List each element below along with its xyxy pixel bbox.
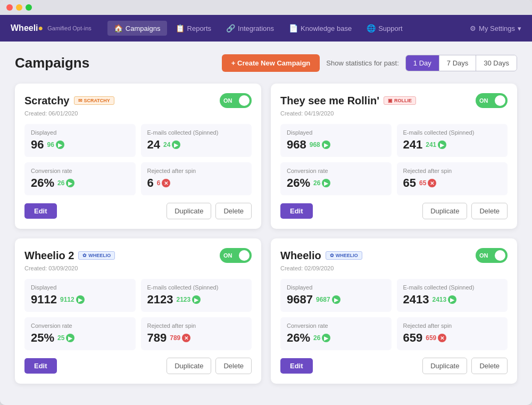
stat-main-value: 2413 (403, 293, 429, 307)
toggle-wrapper: ON (476, 248, 508, 263)
card-actions: Edit Duplicate Delete (24, 358, 252, 374)
delete-button[interactable]: Delete (215, 203, 252, 219)
stat-sub-value: 659 ✕ (426, 334, 446, 342)
delete-button[interactable]: Delete (471, 358, 508, 374)
edit-button[interactable]: Edit (280, 203, 313, 219)
card-header: Wheelio 2 ✿ WHEELIO ON (24, 248, 252, 263)
card-created: Created: 04/19/2020 (280, 110, 508, 117)
minimize-button[interactable] (16, 4, 22, 11)
stat-main-value: 26% (287, 176, 310, 190)
arrow-right-icon: ▶ (332, 295, 340, 304)
duplicate-button[interactable]: Duplicate (167, 203, 211, 219)
toggle-on-label: ON (223, 97, 232, 104)
delete-button[interactable]: Delete (215, 358, 252, 374)
edit-button[interactable]: Edit (24, 358, 57, 374)
stat-box-wheelio2-2: Conversion rate 25% 25 ▶ (24, 317, 136, 350)
stat-value-row: 659 659 ✕ (403, 331, 502, 345)
card-title: Wheelio 2 (24, 250, 74, 262)
stat-sub-value: 2413 ▶ (432, 295, 456, 304)
card-badge: ✿ WHEELIO (326, 251, 362, 260)
toggle-wrapper: ON (476, 93, 508, 108)
nav-item-campaigns[interactable]: 🏠 Campaigns (107, 21, 167, 36)
badge-icon: ✉ (78, 98, 82, 103)
stats-7days-button[interactable]: 7 Days (439, 55, 476, 71)
stat-sub-value: 9112 ▶ (60, 295, 85, 304)
toggle-on-label: ON (479, 252, 488, 259)
stats-1day-button[interactable]: 1 Day (406, 55, 439, 71)
stat-sub-value: 241 ▶ (426, 140, 446, 149)
nav-items: 🏠 Campaigns 📋 Reports 🔗 Integrations 📄 K… (107, 21, 470, 36)
nav-item-support[interactable]: 🌐 Support (360, 21, 409, 36)
stat-value-row: 24 24 ▶ (147, 138, 246, 152)
stat-value-row: 26% 26 ▶ (287, 331, 385, 345)
duplicate-button[interactable]: Duplicate (422, 203, 467, 219)
close-button[interactable] (6, 4, 13, 11)
campaign-card-wheelio: Wheelio ✿ WHEELIO ON Created: 02/09/2020 (271, 238, 517, 384)
toggle-on-label: ON (479, 97, 488, 104)
campaign-toggle[interactable]: ON (220, 93, 252, 108)
x-icon: ✕ (438, 334, 446, 342)
nav-settings[interactable]: ⚙ My Settings ▾ (470, 24, 521, 32)
stat-box-wheelio-1: E-mails collected (Spinned) 2413 2413 ▶ (397, 279, 508, 312)
arrow-right-icon: ▶ (66, 334, 74, 342)
stats-period-selector: 1 Day 7 Days 30 Days (405, 55, 517, 71)
stat-box-rollie-3: Rejected after spin 65 65 ✕ (397, 162, 508, 195)
stat-main-value: 96 (31, 138, 44, 152)
stat-sub-value: 26 ▶ (57, 179, 74, 187)
stats-grid: Displayed 968 968 ▶ E-mails collected (S… (280, 124, 508, 195)
duplicate-button[interactable]: Duplicate (422, 358, 467, 374)
stat-main-value: 26% (31, 176, 54, 190)
knowledge-icon: 📄 (289, 24, 298, 32)
card-title-area: Wheelio 2 ✿ WHEELIO (24, 250, 115, 262)
stat-box-wheelio2-0: Displayed 9112 9112 ▶ (24, 279, 136, 312)
edit-button[interactable]: Edit (24, 203, 57, 219)
stat-box-rollie-2: Conversion rate 26% 26 ▶ (280, 162, 392, 195)
badge-icon: ✿ (82, 253, 87, 258)
stat-label: E-mails collected (Spinned) (147, 284, 246, 291)
stat-label: Conversion rate (31, 168, 129, 174)
fullscreen-button[interactable] (26, 4, 32, 11)
arrow-right-icon: ▶ (192, 295, 201, 304)
stat-label: E-mails collected (Spinned) (147, 129, 246, 136)
nav-item-reports[interactable]: 📋 Reports (169, 21, 218, 36)
stat-box-wheelio-0: Displayed 9687 9687 ▶ (280, 279, 392, 312)
stat-main-value: 659 (403, 331, 423, 345)
stat-label: Conversion rate (287, 323, 385, 329)
stat-box-wheelio2-3: Rejected after spin 789 789 ✕ (141, 317, 252, 350)
settings-icon: ⚙ (470, 24, 476, 32)
campaign-toggle[interactable]: ON (220, 248, 252, 263)
duplicate-button[interactable]: Duplicate (167, 358, 211, 374)
card-badge: ✉ SCRATCHY (74, 96, 114, 105)
create-campaign-button[interactable]: + Create New Campaign (222, 54, 320, 72)
stat-label: E-mails collected (Spinned) (403, 129, 502, 136)
edit-button[interactable]: Edit (280, 358, 313, 374)
stat-main-value: 25% (31, 331, 54, 345)
campaign-card-rollie: They see me Rollin' ▣ ROLLIE ON Created:… (271, 84, 517, 229)
toggle-on-label: ON (223, 252, 232, 259)
arrow-right-icon: ▶ (322, 140, 330, 149)
stat-sub-value: 26 ▶ (313, 334, 330, 342)
stat-label: Rejected after spin (403, 323, 502, 329)
arrow-right-icon: ▶ (448, 295, 456, 304)
delete-button[interactable]: Delete (471, 203, 508, 219)
stats-label: Show statistics for past: (326, 59, 399, 67)
campaign-toggle[interactable]: ON (476, 248, 508, 263)
stat-main-value: 26% (287, 331, 310, 345)
toggle-slider: ON (220, 93, 252, 108)
title-bar (0, 0, 532, 15)
card-title: They see me Rollin' (280, 95, 379, 107)
nav-subtitle: Gamified Opt-ins (47, 25, 92, 31)
arrow-right-icon: ▶ (76, 295, 85, 304)
stat-value-row: 65 65 ✕ (403, 176, 502, 190)
logo-dot: ● (38, 23, 44, 32)
stat-main-value: 6 (147, 176, 154, 190)
stat-label: Displayed (287, 284, 385, 291)
nav-item-knowledge-base[interactable]: 📄 Knowledge base (282, 21, 358, 36)
card-actions: Edit Duplicate Delete (280, 203, 508, 219)
campaign-toggle[interactable]: ON (476, 93, 508, 108)
arrow-right-icon: ▶ (438, 140, 446, 149)
stats-30days-button[interactable]: 30 Days (476, 55, 517, 71)
nav-item-integrations[interactable]: 🔗 Integrations (220, 21, 280, 36)
page-header: Campaigns + Create New Campaign Show sta… (15, 54, 517, 72)
stat-main-value: 65 (403, 176, 416, 190)
